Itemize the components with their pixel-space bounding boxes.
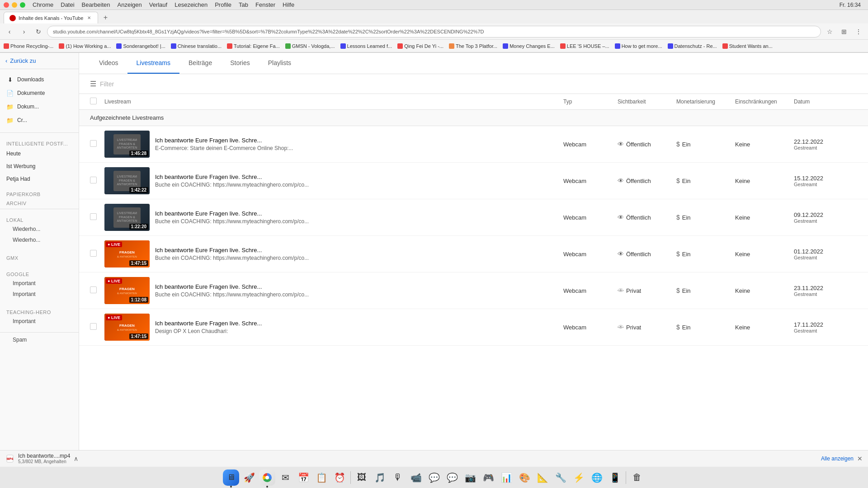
sidebar-sub-item-important-2[interactable]: Important [0,289,79,300]
dock-app5[interactable]: 📐 [534,469,551,486]
forward-button[interactable]: › [18,26,30,38]
header-checkbox[interactable] [90,98,104,106]
dock-photos[interactable]: 🖼 [354,469,370,486]
bookmark-button[interactable]: ☆ [824,26,835,38]
mac-max-button[interactable] [20,2,25,8]
bookmark-how-get-more[interactable]: How to get more... [615,43,662,49]
dock-app1[interactable]: 📷 [462,469,478,486]
dock-facetime[interactable]: 📹 [408,469,424,486]
bookmark-lee[interactable]: LEE 'S HOUSE –... [560,43,609,49]
row-checkbox-input[interactable] [90,213,97,220]
bookmark-lessons[interactable]: Lessons Learned f... [340,43,392,49]
dock-messages[interactable]: 💬 [444,469,460,486]
sidebar-item-dokum[interactable]: 📁 Dokum... [0,100,79,113]
mac-menu-verlauf[interactable]: Verlauf [149,1,167,8]
row-thumbnail-1[interactable]: LIVESTREAMFRAGEN &ANTWORTEN 1:45:28 [104,131,150,158]
new-tab-button[interactable]: + [100,12,111,23]
row-thumbnail-6[interactable]: FRAGEN & ANTWORTEN ● LIVE 1:47:15 [104,314,150,341]
sidebar-sub-item-wiederho-2[interactable]: Wiederho... [0,235,79,245]
dock-app6[interactable]: 🔧 [552,469,569,486]
alle-anzeigen-button[interactable]: Alle anzeigen [821,455,854,462]
sidebar-item-downloads[interactable]: ⬇ Downloads [0,73,79,86]
dock-app8[interactable]: 🌐 [589,469,605,486]
bookmark-money[interactable]: Money Changes E... [503,43,555,49]
mac-menu-bearbeiten[interactable]: Bearbeiten [82,1,110,8]
mac-close-button[interactable] [4,2,9,8]
bookmark-how-working[interactable]: (1) How Working a... [59,43,111,49]
bookmark-qing[interactable]: Qing Fei De Yi -... [397,43,443,49]
download-bar-close-button[interactable]: ✕ [857,455,863,462]
browser-tab-active[interactable]: Inhalte des Kanals - YouTube ✕ [4,12,98,23]
row-checkbox-3[interactable] [90,213,104,221]
bookmark-tutorial[interactable]: Tutorial: Eigene Fa... [227,43,280,49]
bookmark-gmsn[interactable]: GMSN - Vologda,... [285,43,335,49]
sidebar-item-ist-werbung[interactable]: Ist Werbung [0,160,79,173]
dock-podcasts[interactable]: 🎙 [390,469,406,486]
mac-menu-anzeigen[interactable]: Anzeigen [118,1,142,8]
tab-beitraege[interactable]: Beiträge [179,53,221,74]
dock-trash[interactable]: 🗑 [629,469,645,486]
dock-chrome[interactable] [259,469,275,486]
row-checkbox-input[interactable] [90,323,97,330]
sidebar-item-heute[interactable]: Heute [0,147,79,160]
back-button[interactable]: ‹ [4,26,15,38]
row-checkbox-input[interactable] [90,286,97,293]
dock-finder[interactable]: 🖥 [223,469,239,486]
sidebar-item-dokumente[interactable]: 📄 Dokumente [0,86,79,100]
row-checkbox-input[interactable] [90,140,97,147]
dock-app7[interactable]: ⚡ [571,469,587,486]
sidebar-sub-item-wiederho-1[interactable]: Wiederho... [0,224,79,235]
sidebar-sub-item-important-3[interactable]: Important [0,316,79,327]
dock-app3[interactable]: 📊 [498,469,514,486]
mac-menu-profile[interactable]: Profile [215,1,231,8]
row-checkbox-5[interactable] [90,286,104,295]
row-checkbox-1[interactable] [90,140,104,148]
bookmark-datenschutz[interactable]: Datenschutz - Re... [668,43,717,49]
bookmark-sonderangebot[interactable]: Sonderangebot! |... [116,43,165,49]
row-thumbnail-4[interactable]: FRAGEN & ANTWORTEN ● LIVE 1:47:15 [104,240,150,267]
mac-menu-fenster[interactable]: Fenster [255,1,275,8]
tab-playlists[interactable]: Playlists [259,53,300,74]
reload-button[interactable]: ↻ [33,26,44,38]
filter-input[interactable] [100,80,857,88]
menu-button[interactable]: ⋮ [853,26,864,38]
row-thumbnail-2[interactable]: LIVESTREAMFRAGEN &ANTWORTEN 1:42:22 [104,167,150,194]
sidebar-sub-item-important-1[interactable]: Important [0,278,79,289]
address-bar[interactable]: studio.youtube.com/channel/UCw8tq5Kbtx48… [47,26,821,38]
row-checkbox-input[interactable] [90,177,97,183]
row-thumbnail-3[interactable]: LIVESTREAMFRAGEN &ANTWORTEN 1:22:20 [104,204,150,231]
mac-menu-lesezeichen[interactable]: Lesezeichen [175,1,208,8]
dock-reminders[interactable]: ⏰ [331,469,348,486]
bookmark-phone-recycling[interactable]: Phone Recycling-... [4,43,53,49]
bookmark-student[interactable]: Student Wants an... [722,43,773,49]
dock-app2[interactable]: 🎮 [480,469,496,486]
select-all-checkbox[interactable] [90,98,97,104]
row-checkbox-input[interactable] [90,250,97,257]
dock-launchpad[interactable]: 🚀 [241,469,257,486]
dock-mail[interactable]: ✉ [277,469,293,486]
row-checkbox-2[interactable] [90,177,104,185]
mac-menu-tab[interactable]: Tab [239,1,248,8]
bookmark-chinese[interactable]: Chinese translatio... [171,43,222,49]
sidebar-item-spam[interactable]: Spam [0,334,79,345]
mac-min-button[interactable] [12,2,17,8]
tab-livestreams[interactable]: Livestreams [127,53,179,74]
row-thumbnail-5[interactable]: FRAGEN & ANTWORTEN ● LIVE 1:12:08 [104,277,150,304]
row-checkbox-6[interactable] [90,323,104,331]
dock-notes[interactable]: 📋 [313,469,330,486]
bookmark-top3[interactable]: The Top 3 Platfor... [449,43,497,49]
mac-traffic-lights[interactable] [4,2,25,8]
mac-menu-hilfe[interactable]: Hilfe [283,1,294,8]
sidebar-item-cr[interactable]: 📁 Cr... [0,113,79,127]
extensions-button[interactable]: ⊞ [838,26,850,38]
tab-stories[interactable]: Stories [221,53,259,74]
mac-menu-datei[interactable]: Datei [61,1,74,8]
mac-menu-chrome[interactable]: Chrome [33,1,53,8]
sidebar-item-petja-had[interactable]: Petja Had [0,173,79,185]
dock-skype[interactable]: 💬 [426,469,442,486]
row-checkbox-4[interactable] [90,250,104,258]
download-close-button[interactable]: ∧ [74,455,78,462]
tab-close-button[interactable]: ✕ [86,15,92,21]
dock-itunes[interactable]: 🎵 [372,469,388,486]
dock-app4[interactable]: 🎨 [516,469,533,486]
